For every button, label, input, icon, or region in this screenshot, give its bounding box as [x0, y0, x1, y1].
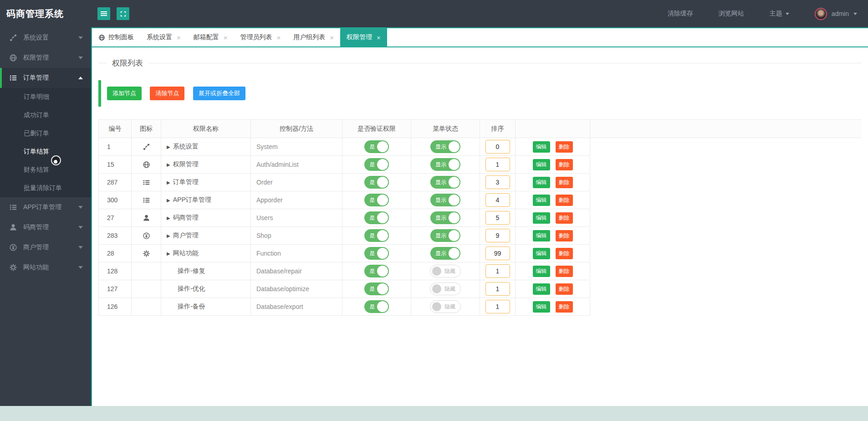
- menu-state-toggle[interactable]: 隐藏: [430, 282, 461, 295]
- tab-permission-management[interactable]: 权限管理 ×: [340, 28, 387, 46]
- close-icon[interactable]: ×: [177, 34, 181, 41]
- expand-collapse-all-button[interactable]: 展开或折叠全部: [193, 87, 245, 100]
- menu-state-toggle[interactable]: 显示: [430, 229, 460, 242]
- verify-toggle[interactable]: 是: [364, 300, 389, 313]
- sort-input[interactable]: [485, 300, 510, 313]
- theme-menu[interactable]: 主题: [770, 10, 789, 18]
- edit-button[interactable]: 编辑: [533, 212, 550, 224]
- menu-state-toggle[interactable]: 显示: [430, 176, 460, 189]
- edit-button[interactable]: 编辑: [533, 266, 550, 277]
- clear-cache-link[interactable]: 清除缓存: [668, 10, 693, 18]
- verify-toggle[interactable]: 是: [364, 158, 389, 171]
- permission-name-cell[interactable]: 操作-优化: [161, 280, 251, 298]
- toggle-label: 是: [364, 143, 376, 151]
- permission-name-cell[interactable]: ▶ 权限管理: [161, 156, 251, 174]
- permission-name-cell[interactable]: ▶ 商户管理: [161, 227, 251, 245]
- permission-name: 操作-优化: [178, 285, 205, 293]
- tab-mail-config[interactable]: 邮箱配置 ×: [187, 28, 234, 46]
- permission-name-cell[interactable]: ▶ 网站功能: [161, 245, 251, 262]
- menu-state-toggle[interactable]: 显示: [430, 247, 460, 260]
- delete-button[interactable]: 删除: [556, 195, 573, 206]
- sort-input[interactable]: [485, 158, 510, 171]
- edit-button[interactable]: 编辑: [533, 159, 550, 170]
- delete-button[interactable]: 删除: [556, 266, 573, 277]
- sidebar-item-system-settings[interactable]: 系统设置: [0, 28, 91, 48]
- sidebar-subitem-order-detail[interactable]: 订单明细: [0, 88, 91, 106]
- user-menu[interactable]: admin: [815, 8, 857, 20]
- sidebar-subitem-order-settlement[interactable]: 订单结算: [0, 143, 91, 161]
- verify-toggle[interactable]: 是: [364, 247, 389, 260]
- delete-button[interactable]: 删除: [556, 283, 573, 295]
- edit-button[interactable]: 编辑: [533, 230, 550, 241]
- menu-state-cell: 显示: [411, 245, 480, 262]
- clear-node-button[interactable]: 清除节点: [150, 87, 184, 100]
- share-nodes-icon: [9, 34, 17, 42]
- tab-admin-list[interactable]: 管理员列表 ×: [234, 28, 287, 46]
- verify-toggle[interactable]: 是: [364, 265, 389, 277]
- actions-cell: 编辑 删除: [516, 245, 590, 262]
- sidebar-item-site-functions[interactable]: 网站功能: [0, 257, 91, 277]
- sidebar-item-app-orders[interactable]: APP订单管理: [0, 197, 91, 217]
- sort-input[interactable]: [485, 282, 510, 296]
- delete-button[interactable]: 删除: [556, 177, 573, 188]
- menu-state-toggle[interactable]: 隐藏: [430, 265, 461, 277]
- edit-button[interactable]: 编辑: [533, 301, 550, 313]
- verify-toggle[interactable]: 是: [364, 176, 389, 189]
- tab-dashboard[interactable]: 控制面板: [92, 28, 140, 46]
- sidebar-toggle-button[interactable]: [97, 7, 110, 20]
- permission-name: 操作-修复: [178, 267, 205, 275]
- sort-input[interactable]: [485, 211, 510, 225]
- verify-toggle[interactable]: 是: [364, 211, 389, 224]
- menu-state-toggle[interactable]: 隐藏: [430, 300, 461, 313]
- menu-state-toggle[interactable]: 显示: [430, 211, 460, 224]
- close-icon[interactable]: ×: [277, 34, 281, 41]
- add-node-button[interactable]: 添加节点: [107, 87, 142, 100]
- tab-system-settings[interactable]: 系统设置 ×: [140, 28, 187, 46]
- verify-toggle[interactable]: 是: [364, 282, 389, 295]
- permission-name-cell[interactable]: 操作-备份: [161, 298, 251, 316]
- actions-cell: 编辑 删除: [516, 156, 590, 174]
- sort-input[interactable]: [485, 175, 510, 189]
- menu-state-toggle[interactable]: 显示: [430, 140, 460, 153]
- delete-button[interactable]: 删除: [556, 159, 573, 170]
- permission-name-cell[interactable]: ▶ 系统设置: [161, 138, 251, 156]
- tab-user-group-list[interactable]: 用户组列表 ×: [287, 28, 340, 46]
- sidebar-item-orders[interactable]: 订单管理: [0, 68, 91, 88]
- edit-button[interactable]: 编辑: [533, 248, 550, 259]
- sort-input[interactable]: [485, 229, 510, 242]
- edit-button[interactable]: 编辑: [533, 283, 550, 295]
- sort-input[interactable]: [485, 246, 510, 260]
- permission-name-cell[interactable]: ▶ APP订单管理: [161, 191, 251, 209]
- verify-toggle[interactable]: 是: [364, 229, 389, 242]
- sidebar-item-merchants-code[interactable]: 码商管理: [0, 217, 91, 237]
- edit-button[interactable]: 编辑: [533, 177, 550, 188]
- delete-button[interactable]: 删除: [556, 230, 573, 241]
- browse-site-link[interactable]: 浏览网站: [719, 10, 744, 18]
- permission-name-cell[interactable]: ▶ 码商管理: [161, 209, 251, 227]
- close-icon[interactable]: ×: [224, 34, 228, 41]
- verify-toggle[interactable]: 是: [364, 194, 389, 206]
- delete-button[interactable]: 删除: [556, 248, 573, 259]
- sidebar-subitem-batch-clear-orders[interactable]: 批量清除订单: [0, 179, 91, 197]
- delete-button[interactable]: 删除: [556, 212, 573, 224]
- close-icon[interactable]: ×: [330, 34, 334, 41]
- sidebar-subitem-finance-settlement[interactable]: 财务结算: [0, 161, 91, 179]
- sidebar-subitem-success-orders[interactable]: 成功订单: [0, 106, 91, 124]
- edit-button[interactable]: 编辑: [533, 141, 550, 153]
- menu-state-toggle[interactable]: 显示: [430, 158, 460, 171]
- verify-toggle[interactable]: 是: [364, 140, 389, 153]
- permission-name-cell[interactable]: ▶ 订单管理: [161, 174, 251, 191]
- sidebar-item-merchants[interactable]: 商户管理: [0, 237, 91, 257]
- sidebar-subitem-deleted-orders[interactable]: 已删订单: [0, 124, 91, 143]
- delete-button[interactable]: 删除: [556, 141, 573, 153]
- delete-button[interactable]: 删除: [556, 301, 573, 313]
- sidebar-item-permissions[interactable]: 权限管理: [0, 48, 91, 68]
- fullscreen-button[interactable]: [117, 7, 129, 20]
- edit-button[interactable]: 编辑: [533, 195, 550, 206]
- sort-input[interactable]: [485, 140, 510, 154]
- permission-name-cell[interactable]: 操作-修复: [161, 262, 251, 280]
- close-icon[interactable]: ×: [377, 34, 381, 41]
- sort-input[interactable]: [485, 193, 510, 207]
- sort-input[interactable]: [485, 264, 510, 278]
- menu-state-toggle[interactable]: 显示: [430, 194, 460, 206]
